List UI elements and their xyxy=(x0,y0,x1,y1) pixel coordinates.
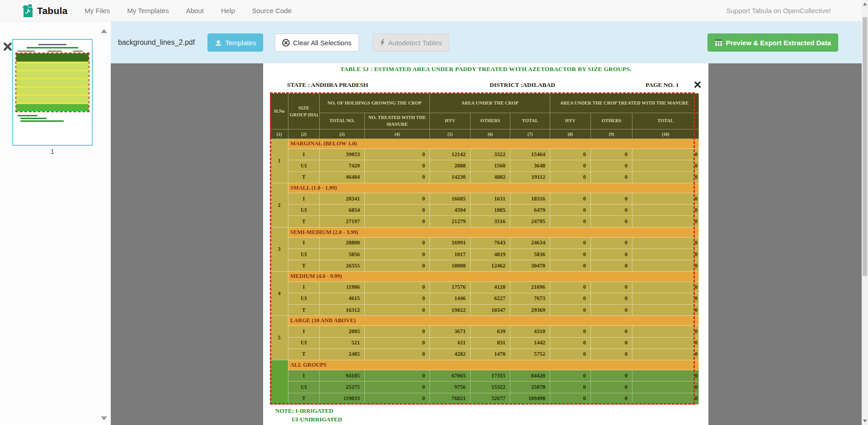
circled-x-icon xyxy=(282,39,290,47)
menu-my-templates[interactable]: My Templates xyxy=(127,7,169,14)
sidebar-scroll-up-icon[interactable] xyxy=(101,29,107,33)
navbar: Tabula My Files My Templates About Help … xyxy=(0,0,868,22)
scrollbar-up-icon[interactable] xyxy=(863,3,867,5)
sidebar-thumbnails: 1 xyxy=(0,22,111,425)
clear-selections-button[interactable]: Clear All Selections xyxy=(275,33,359,52)
brand[interactable]: Tabula xyxy=(21,3,67,19)
remove-file-button[interactable] xyxy=(3,42,13,52)
export-button[interactable]: Preview & Export Extracted Data xyxy=(708,33,838,52)
support-link[interactable]: Support Tabula on OpenCollective! xyxy=(726,7,831,14)
thumb-meta-line xyxy=(18,51,35,52)
thumbnail-page-number: 1 xyxy=(12,148,93,155)
menu-source-code[interactable]: Source Code xyxy=(252,7,292,14)
sidebar-scroll-down-icon[interactable] xyxy=(101,416,107,420)
menu-my-files[interactable]: My Files xyxy=(85,7,110,14)
doc-state: STATE : ANDHRA PRADESH xyxy=(287,81,368,89)
pdf-page[interactable]: TABLE 5J : ESTIMATED AREA UNDER PADDY TR… xyxy=(263,63,708,425)
thumb-meta-line xyxy=(73,51,83,52)
menu-help[interactable]: Help xyxy=(221,7,235,14)
tabula-logo-icon xyxy=(21,3,33,19)
doc-page-no: PAGE NO. 1 xyxy=(646,81,679,89)
menu-about[interactable]: About xyxy=(186,7,203,14)
autodetect-tables-button[interactable]: Autodetect Tables xyxy=(373,33,449,52)
thumb-table xyxy=(16,53,89,111)
main-menu: My Files My Templates About Help Source … xyxy=(85,7,292,14)
thumb-title-line xyxy=(38,44,66,45)
current-filename: background_lines_2.pdf xyxy=(118,38,195,47)
thumb-meta-line xyxy=(47,51,62,52)
table-selection-overlay[interactable] xyxy=(270,92,695,405)
window-scrollbar[interactable] xyxy=(862,0,868,425)
toolbar: background_lines_2.pdf Templates Clear A… xyxy=(111,22,862,63)
document-viewer: TABLE 5J : ESTIMATED AREA UNDER PADDY TR… xyxy=(111,63,862,425)
thumb-subtitle-line xyxy=(27,47,78,48)
doc-note-line-2: UI-UNIRRIGATED xyxy=(292,416,342,423)
doc-district: DISTRICT :ADILABAD xyxy=(490,81,555,89)
scrollbar-down-icon[interactable] xyxy=(863,420,867,422)
scrollbar-thumb[interactable] xyxy=(863,17,867,276)
selection-close-button[interactable] xyxy=(693,81,702,89)
thumb-note-line xyxy=(20,120,64,122)
page-thumbnail[interactable] xyxy=(12,39,93,146)
doc-note-line-1: NOTE: I-IRRIGATED xyxy=(275,407,333,415)
doc-title: TABLE 5J : ESTIMATED AREA UNDER PADDY TR… xyxy=(263,66,708,73)
upload-icon xyxy=(215,39,222,46)
templates-button[interactable]: Templates xyxy=(208,33,263,52)
thumb-note-line xyxy=(18,115,38,116)
brand-title: Tabula xyxy=(37,5,67,16)
spreadsheet-icon xyxy=(715,39,722,46)
lightning-bolt-icon xyxy=(380,39,385,46)
thumb-note-line xyxy=(20,118,47,119)
